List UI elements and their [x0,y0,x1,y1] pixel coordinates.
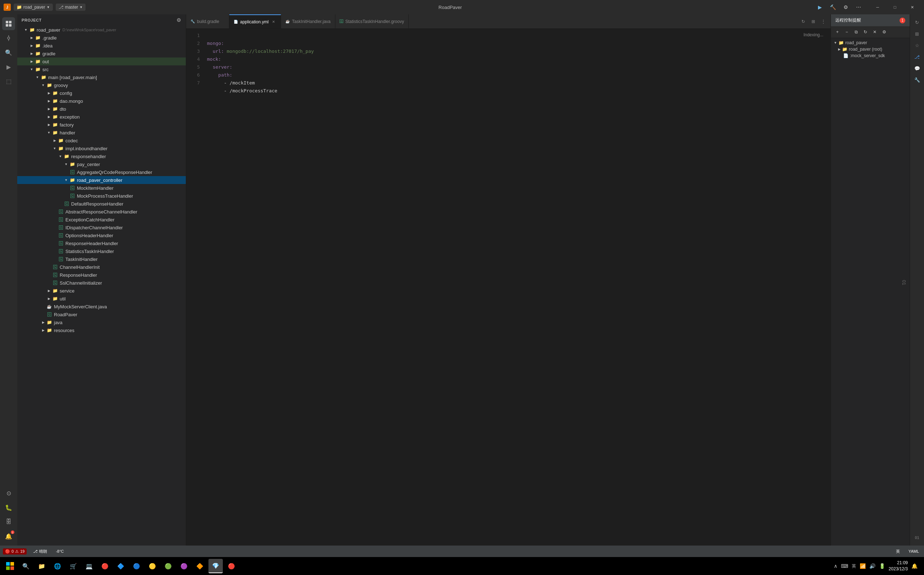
tree-item-exc-catch[interactable]: 🄶 ExceptionCatchHandler [17,216,186,224]
rp-btn-settings[interactable]: ⚙ [880,28,888,36]
tree-item-options[interactable]: 🄶 OptionsHeaderHandler [17,232,186,239]
tree-item-dao[interactable]: ▶ 📁 dao.mongo [17,97,186,105]
tree-item-factory[interactable]: ▶ 📁 factory [17,121,186,129]
taskbar-app12[interactable]: 🔶 [193,559,207,573]
rp-btn-copy[interactable]: ⧉ [852,28,860,36]
tray-keyboard[interactable]: ⌨ [840,562,849,570]
taskbar-search[interactable]: 🔍 [19,559,33,573]
taskbar-store[interactable]: 🛒 [66,559,81,573]
activity-notification[interactable]: 🔔 1 [2,530,15,543]
tree-item-taskinit[interactable]: 🄶 TaskInitHandler [17,255,186,263]
rp-btn-minus[interactable]: − [842,28,851,36]
tab-application-yml[interactable]: 📄 application.yml ✕ [229,14,281,29]
tree-item-pay-center[interactable]: ▼ 📁 pay_center [17,160,186,168]
tree-item-gradle-hidden[interactable]: ▶ 📁 .gradle [17,34,186,42]
close-button[interactable]: ✕ [904,2,921,13]
tray-wifi[interactable]: 📶 [859,562,867,570]
tray-sound[interactable]: 🔊 [868,562,876,570]
tab-taskinit[interactable]: ☕ TaskInitHandler.java [281,14,335,29]
tree-item-dto[interactable]: ▶ 📁 dto [17,105,186,113]
tab-statistics[interactable]: 🄶 StatisticsTaskInHandler.groovy [335,14,409,29]
tree-item-aggregate[interactable]: 🄶 AggregateQrCodeResponseHandler [17,168,186,176]
tree-item-ssl[interactable]: 🄶 SslChannelInitializer [17,279,186,287]
more-button[interactable]: ⋯ [854,2,864,12]
tree-item-mock-process[interactable]: 🄶 MockProcessTraceHandler [17,192,186,200]
tree-item-impl[interactable]: ▼ 📁 impl.inboundhandler [17,145,186,152]
tree-item-service[interactable]: ▶ 📁 service [17,287,186,295]
run-button[interactable]: ▶ [815,2,825,12]
taskbar-app11[interactable]: 🟣 [177,559,191,573]
activity-run[interactable]: ▶ [2,60,15,73]
rab-btn-chat[interactable]: 💬 [912,63,922,73]
maximize-button[interactable]: □ [887,2,903,13]
rp-tree-mock-sdk[interactable]: 📄 :mock_server_sdk [831,52,910,59]
activity-project[interactable] [2,17,15,30]
tree-root[interactable]: ▼ 📁 road_paver D:\newWrokSpace\road_pave… [17,26,186,34]
project-selector[interactable]: 📁 road_paver ▼ [14,3,53,11]
rab-btn-sync[interactable]: ↻ [912,17,922,27]
tab-action-sync[interactable]: ↻ [799,17,808,26]
tray-chevron[interactable]: ∧ [833,562,838,570]
tree-item-channel-init[interactable]: 🄶 ChannelHandlerInit [17,263,186,271]
taskbar-time[interactable]: 21:09 2023/12/3 [889,560,908,572]
tree-item-out[interactable]: ▶ 📁 out [17,57,186,65]
tree-item-codec[interactable]: ▶ 📁 codec [17,137,186,145]
sidebar-settings-icon[interactable]: ⚙ [176,17,181,23]
tree-item-handler[interactable]: ▼ 📁 handler [17,129,186,137]
minimize-button[interactable]: ─ [869,2,886,13]
taskbar-notification-center[interactable]: 🔔 [911,562,918,570]
tree-item-src[interactable]: ▼ 📁 src [17,65,186,73]
taskbar-app10[interactable]: 🟢 [161,559,175,573]
tab-build-gradle[interactable]: 🔧 build.gradle [186,14,229,29]
status-language[interactable]: YAML [907,548,921,554]
tree-item-mymock[interactable]: ☕ MyMockServerClient.java [17,303,186,310]
tree-item-groovy[interactable]: ▼ 📁 groovy [17,81,186,89]
taskbar-app8[interactable]: 🔵 [129,559,144,573]
tree-item-abstract[interactable]: 🄶 AbstractResponseChannelHandler [17,208,186,216]
rp-btn-close[interactable]: ✕ [870,28,879,36]
tree-item-rpc[interactable]: ▼ 📁 road_paver_controller [17,176,186,184]
taskbar-edge[interactable]: 🌐 [50,559,65,573]
rab-btn-git[interactable]: ⎇ [912,52,922,62]
tree-item-idispatcher[interactable]: 🄶 IDispatcherChannelHandler [17,224,186,232]
taskbar-app7[interactable]: 🔷 [114,559,128,573]
activity-commits[interactable] [2,32,15,44]
tab-yaml-close[interactable]: ✕ [271,19,276,25]
tray-battery[interactable]: 🔋 [878,562,886,570]
tree-item-gradle2[interactable]: ▶ 📁 gradle [17,49,186,57]
taskbar-jetbrains-toolbox[interactable]: 🔴 [98,559,112,573]
start-button[interactable] [3,559,17,573]
tree-item-response-header[interactable]: 🄶 ResponseHeaderHandler [17,239,186,247]
taskbar-app9[interactable]: 🟡 [145,559,160,573]
status-errors[interactable]: 🔴 0 ⚠ 19 [3,548,27,554]
tree-item-util[interactable]: ▶ 📁 util [17,295,186,303]
rp-tree-root[interactable]: ▼ 📁 road_paver [831,40,910,46]
activity-debug[interactable]: 🐛 [2,501,15,514]
tree-item-idea[interactable]: ▶ 📁 .idea [17,42,186,49]
rp-btn-add[interactable]: + [833,28,842,36]
branch-selector[interactable]: ⎇ master ▼ [56,3,86,11]
tree-item-config[interactable]: ▶ 📁 config [17,89,186,97]
build-button[interactable]: 🔨 [828,2,838,12]
rp-tree-root-module[interactable]: ▶ 📁 road_paver (root) [831,46,910,52]
tree-item-statistics[interactable]: 🄶 StatisticsTaskInHandler [17,247,186,255]
tree-item-roadpaver[interactable]: 🄶 RoadPaver [17,310,186,318]
tree-item-main[interactable]: ▼ 📁 main [road_paver.main] [17,73,186,81]
tree-item-response-handler[interactable]: 🄶 ResponseHandler [17,271,186,279]
tab-action-more[interactable]: ⋮ [819,17,828,26]
rab-btn-structure[interactable]: ⊞ [912,29,922,39]
rp-btn-refresh[interactable]: ↻ [861,28,870,36]
rab-btn-gradle[interactable]: 🔧 [912,75,922,85]
tree-item-mock-item[interactable]: 🄶 MockItemHandler [17,184,186,192]
tray-lang[interactable]: 英 [851,562,857,570]
tree-item-resources[interactable]: ▶ 📁 resources [17,326,186,334]
tab-action-split[interactable]: ⊞ [809,17,818,26]
taskbar-terminal[interactable]: 💻 [82,559,96,573]
settings-button[interactable]: ⚙ [841,2,851,12]
taskbar-app14[interactable]: 🔴 [224,559,239,573]
status-git[interactable]: ⎇ 晴朗 [31,548,49,555]
status-encoding[interactable]: 英 [894,548,902,555]
tree-item-default-response[interactable]: 🄶 DefaultResponseHandler [17,200,186,208]
activity-terminal[interactable]: ⊙ [2,487,15,500]
rab-btn-bookmarks[interactable]: ☆ [912,40,922,50]
